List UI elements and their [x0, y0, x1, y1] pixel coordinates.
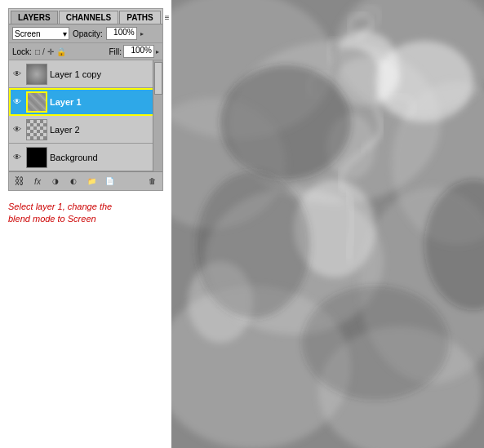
fill-input[interactable]: 100%	[123, 45, 154, 58]
layer-item[interactable]: 👁 Layer 1 copy	[9, 60, 162, 88]
layers-list: 👁 Layer 1 copy 👁 Layer 1 👁	[9, 60, 162, 171]
fill-section: Fill: 100% ▸	[109, 45, 159, 58]
left-panel: LAYERS CHANNELS PATHS ≡ Screen ▾ Opacity…	[0, 0, 171, 448]
lock-all-icon[interactable]: 🔒	[56, 47, 66, 56]
layer-item[interactable]: 👁 Layer 2	[9, 116, 162, 144]
fill-label: Fill:	[109, 47, 122, 56]
instruction-text: Select layer 1, change the blend mode to…	[8, 201, 163, 226]
opacity-label: Opacity:	[73, 29, 103, 38]
lock-label: Lock:	[12, 47, 32, 56]
blend-mode-select[interactable]: Screen ▾	[12, 27, 69, 40]
blend-opacity-row: Screen ▾ Opacity: 100% ▸	[9, 24, 162, 43]
lock-position-icon[interactable]: ✛	[47, 47, 54, 56]
layers-scrollbar[interactable]	[153, 60, 162, 171]
panel-toolbar: ⛓ fx ◑ ◐ 📁 📄 🗑	[9, 171, 162, 190]
lock-transparent-icon[interactable]: □	[35, 47, 40, 56]
fill-arrow[interactable]: ▸	[156, 48, 159, 55]
scrollbar-thumb[interactable]	[154, 62, 162, 95]
layer-mask-button[interactable]: ◑	[48, 175, 63, 188]
layer-name: Background	[50, 153, 149, 162]
layer-name: Layer 1 copy	[50, 69, 161, 79]
layer-thumbnail	[26, 64, 47, 85]
opacity-arrow[interactable]: ▸	[140, 30, 144, 38]
lock-row: Lock: □ / ✛ 🔒 Fill: 100% ▸	[9, 43, 162, 60]
fx-button[interactable]: fx	[30, 175, 45, 188]
layer-name: Layer 1	[50, 97, 161, 107]
tab-paths[interactable]: PATHS	[119, 11, 160, 24]
layer-thumbnail	[26, 147, 47, 168]
layer-thumbnail	[26, 119, 47, 140]
layer-name: Layer 2	[50, 125, 161, 135]
layer-visibility-toggle[interactable]: 👁	[11, 68, 24, 81]
svg-point-15	[220, 65, 351, 180]
tab-layers[interactable]: LAYERS	[11, 11, 58, 24]
smoke-image-panel	[171, 0, 484, 448]
layer-visibility-toggle[interactable]: 👁	[11, 95, 24, 109]
lock-image-icon[interactable]: /	[42, 47, 45, 56]
layer-thumbnail-selected	[26, 91, 47, 113]
smoke-image	[171, 0, 484, 448]
svg-point-18	[302, 286, 449, 400]
new-layer-button[interactable]: 📄	[102, 175, 117, 188]
panel-tabs: LAYERS CHANNELS PATHS ≡	[9, 9, 162, 24]
layers-panel: LAYERS CHANNELS PATHS ≡ Screen ▾ Opacity…	[8, 8, 163, 191]
adjustment-layer-button[interactable]: ◐	[66, 175, 81, 188]
link-layers-button[interactable]: ⛓	[12, 175, 27, 188]
instruction-line1: Select layer 1, change the	[8, 202, 112, 211]
svg-point-17	[196, 171, 310, 318]
layer-visibility-toggle[interactable]: 👁	[11, 123, 24, 136]
opacity-input[interactable]: 100%	[106, 27, 137, 40]
layer-item-selected[interactable]: 👁 Layer 1	[9, 88, 162, 116]
layer-visibility-toggle[interactable]: 👁	[11, 151, 24, 164]
layer-item-background[interactable]: 👁 Background 🔒	[9, 144, 162, 171]
lock-icons: □ / ✛ 🔒	[35, 47, 66, 56]
instruction-line2: blend mode to Screen	[8, 214, 96, 224]
group-layers-button[interactable]: 📁	[84, 175, 99, 188]
delete-layer-button[interactable]: 🗑	[144, 175, 159, 188]
tab-channels[interactable]: CHANNELS	[59, 11, 119, 24]
